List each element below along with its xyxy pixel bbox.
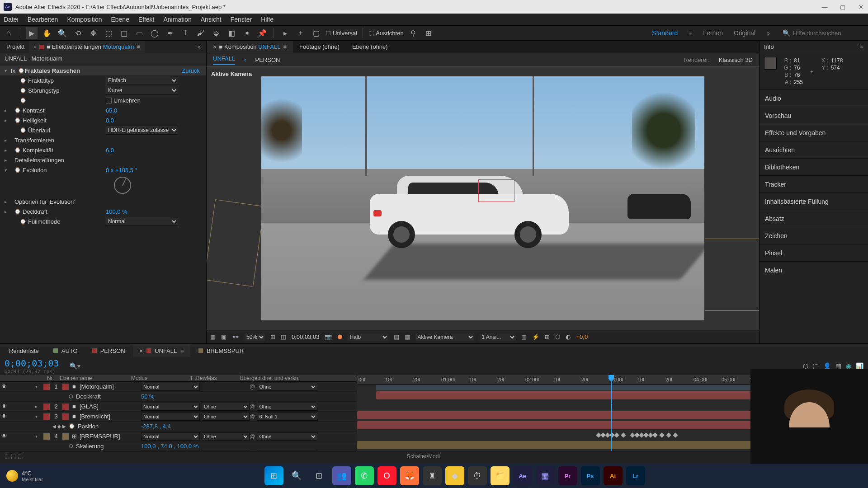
tab-layer-view[interactable]: Ebene (ohne) <box>346 41 394 53</box>
tab-menu-icon[interactable]: ≡ <box>137 43 140 50</box>
side-panel-tracker[interactable]: Tracker <box>760 175 868 192</box>
fast-preview-icon[interactable]: ⚡ <box>532 333 539 340</box>
side-panel-bibliotheken[interactable]: Bibliotheken <box>760 158 868 175</box>
channel-icon[interactable]: ⬢ <box>337 333 342 340</box>
workspace-menu-icon[interactable]: ≡ <box>689 29 692 37</box>
home-icon[interactable]: ⌂ <box>3 27 14 39</box>
shape-ellipse-icon[interactable]: ◯ <box>149 27 160 39</box>
side-panel-ausrichten[interactable]: Ausrichten <box>760 141 868 158</box>
panel-overflow-icon[interactable]: » <box>198 43 204 50</box>
photoshop-icon[interactable]: Ps <box>581 466 600 485</box>
side-panel-vorschau[interactable]: Vorschau <box>760 107 868 124</box>
comp-nav-back-icon[interactable]: ‹ <box>244 56 246 63</box>
tab-close-icon[interactable]: × <box>33 44 36 50</box>
ueberlauf-select[interactable]: HDR-Ergebnisse zulasse <box>106 126 178 135</box>
hand-tool-icon[interactable]: ✋ <box>41 27 53 39</box>
col-mode[interactable]: Modus <box>129 375 188 381</box>
deckkraft-value[interactable]: 100,0 % <box>106 208 127 215</box>
pixel-aspect-icon[interactable]: ▥ <box>521 333 527 340</box>
timeline-icon[interactable]: ⊞ <box>545 333 550 340</box>
side-panel-effekte-und-vorgaben[interactable]: Effekte und Vorgaben <box>760 124 868 141</box>
pickwhip-icon[interactable]: @ <box>250 433 255 440</box>
search-taskbar-icon[interactable]: 🔍 <box>287 466 306 485</box>
visibility-toggle[interactable]: 👁 <box>0 433 8 440</box>
teams-icon[interactable]: 👥 <box>332 466 351 485</box>
layer-row[interactable]: 👁▸2■[GLAS]NormalOhne@Ohne <box>0 402 357 412</box>
zoom-tool-icon[interactable]: 🔍 <box>57 27 68 39</box>
resolution-icon[interactable]: ⊞ <box>270 333 275 340</box>
exposure-reset-icon[interactable]: ◐ <box>566 333 571 340</box>
guides-icon[interactable]: ▦ <box>405 333 410 340</box>
property-row[interactable]: ◀ ◆ ▶⌚Position-287,8 , 4,4 <box>0 422 357 432</box>
lightroom-icon[interactable]: Lr <box>626 466 645 485</box>
minimize-button[interactable]: — <box>821 3 828 10</box>
maximize-button[interactable]: ▢ <box>839 3 846 10</box>
side-panel-zeichen[interactable]: Zeichen <box>760 227 868 244</box>
renderer-value[interactable]: Klassisch 3D <box>719 56 753 63</box>
menu-file[interactable]: Datei <box>4 16 19 23</box>
comp-nav-unfall[interactable]: UNFALL <box>213 55 235 65</box>
task-view-icon[interactable]: ⊡ <box>310 466 329 485</box>
workspace-overflow-icon[interactable]: » <box>766 29 770 37</box>
help-search-input[interactable] <box>793 30 865 37</box>
detail-group[interactable]: Detaileinstellungen <box>14 157 64 164</box>
stamp-tool-icon[interactable]: ⬙ <box>210 27 222 39</box>
side-panel-audio[interactable]: Audio <box>760 89 868 107</box>
tab-auto[interactable]: AUTO <box>47 344 84 357</box>
tab-unfall[interactable]: ×UNFALL≡ <box>133 344 190 357</box>
timeline-timecode[interactable]: 0;00;03;03 <box>5 358 59 369</box>
side-panel-malen[interactable]: Malen <box>760 261 868 278</box>
app-icon[interactable]: ♜ <box>423 466 442 485</box>
align-opts-icon[interactable]: ⚲ <box>407 27 419 39</box>
app-icon[interactable]: ◆ <box>445 466 464 485</box>
col-name[interactable]: Ebenenname <box>58 375 129 381</box>
snap-checkbox[interactable]: ☐ <box>326 30 331 37</box>
toggle-switches-icon[interactable]: ⬚ ⬚ ⬚ <box>5 453 23 460</box>
workspace-learn[interactable]: Lernen <box>703 29 723 37</box>
resolution-select[interactable]: Halb <box>348 333 388 341</box>
side-panel-absatz[interactable]: Absatz <box>760 210 868 227</box>
snapshot-icon[interactable]: 📷 <box>325 333 332 340</box>
fraktaltyp-select[interactable]: Einfach <box>106 76 178 85</box>
snap-add-icon[interactable]: + <box>295 27 307 39</box>
composition-viewer[interactable]: Aktive Kamera ↖ <box>207 67 759 330</box>
col-nr[interactable]: Nr. <box>45 375 58 381</box>
col-parent[interactable]: Übergeordnet und verkn. <box>238 375 310 381</box>
mask-icon[interactable]: 👓 <box>232 333 239 340</box>
col-track[interactable]: T .BewMas <box>188 375 238 381</box>
shape-rect-icon[interactable]: ▭ <box>133 27 145 39</box>
grid-icon[interactable]: ▤ <box>394 333 399 340</box>
menu-view[interactable]: Ansicht <box>201 16 222 23</box>
viewer-timecode[interactable]: 0;00;03;03 <box>292 333 319 340</box>
workspace-standard[interactable]: Standard <box>652 29 678 37</box>
menu-help[interactable]: Hilfe <box>261 16 274 23</box>
tab-composition[interactable]: ×■ Komposition UNFALL≡ <box>207 41 293 53</box>
premiere-icon[interactable]: Pr <box>558 466 577 485</box>
puppet-tool-icon[interactable]: 📌 <box>256 27 268 39</box>
layer-row[interactable]: 👁▾1■[Motorqualm]Normal@Ohne <box>0 382 357 392</box>
evolution-dial[interactable] <box>114 177 131 194</box>
pan-behind-icon[interactable]: ◫ <box>118 27 130 39</box>
views-select[interactable]: 1 Ansi... <box>480 333 516 341</box>
tab-effect-controls[interactable]: × ■ Effekteinstellungen Motorqualm ≡ <box>29 41 144 53</box>
weather-widget[interactable]: 4°CMeist klar <box>6 470 43 482</box>
umkehren-checkbox[interactable] <box>106 98 112 103</box>
transparency-grid-icon[interactable]: ▣ <box>221 333 226 340</box>
media-encoder-icon[interactable]: ▦ <box>536 466 555 485</box>
visibility-toggle[interactable]: 👁 <box>0 383 8 390</box>
whatsapp-icon[interactable]: ✆ <box>355 466 374 485</box>
effect-reset-button[interactable]: Zurück <box>182 67 200 74</box>
align-grid-icon[interactable]: ⊞ <box>423 27 434 39</box>
switches-modes-toggle[interactable]: Schalter/Modi <box>407 453 440 460</box>
rotate-tool-icon[interactable]: ✥ <box>87 27 99 39</box>
region-icon[interactable]: ◫ <box>281 333 286 340</box>
tab-person[interactable]: PERSON <box>86 344 132 357</box>
tab-project[interactable]: Projekt <box>2 41 29 53</box>
stoerung-select[interactable]: Kurve <box>106 86 178 95</box>
layer-search-icon[interactable]: 🔍▾ <box>70 362 80 370</box>
app-icon[interactable]: ⏱ <box>468 466 487 485</box>
brush-tool-icon[interactable]: 🖌 <box>195 27 207 39</box>
property-row[interactable]: ⬡Deckkraft50 % <box>0 392 357 402</box>
menu-composition[interactable]: Komposition <box>67 16 102 23</box>
menu-animation[interactable]: Animation <box>163 16 191 23</box>
